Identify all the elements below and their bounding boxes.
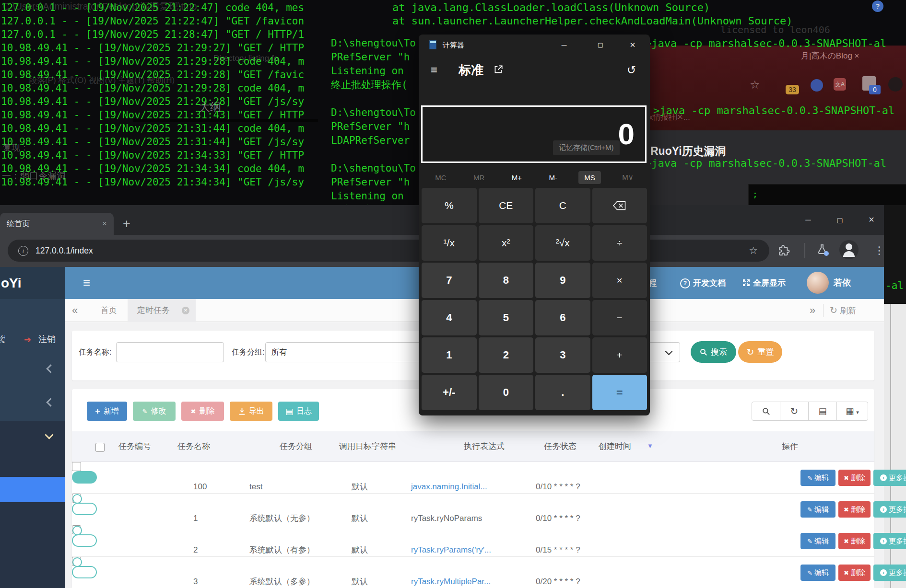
select-all-checkbox[interactable] bbox=[95, 443, 105, 452]
site-info-icon[interactable]: i bbox=[18, 246, 28, 256]
row-delete-button[interactable]: ✖删除 bbox=[838, 565, 871, 581]
calc-key-+[interactable]: + bbox=[592, 337, 647, 373]
col-status[interactable]: 任务状态 bbox=[544, 431, 577, 462]
search-button[interactable]: 搜索 bbox=[691, 341, 736, 363]
url-text[interactable]: 127.0.0.1/index bbox=[35, 240, 93, 262]
calc-minimize-button[interactable]: ─ bbox=[553, 35, 575, 56]
history-icon[interactable]: ↺ bbox=[627, 59, 636, 81]
logout-item[interactable]: 线 ➔ 注销 bbox=[0, 332, 65, 348]
col-job-id[interactable]: 任务编号 bbox=[118, 431, 151, 462]
calc-key-4[interactable]: 4 bbox=[422, 300, 477, 335]
row-edit-button[interactable]: ✎编辑 bbox=[800, 565, 835, 581]
row-edit-button[interactable]: ✎编辑 bbox=[800, 533, 835, 549]
calc-key-9[interactable]: 9 bbox=[535, 263, 590, 298]
calc-key-%[interactable]: % bbox=[422, 188, 477, 223]
edit-button[interactable]: ✎修改 bbox=[133, 402, 176, 421]
table-detail-button[interactable]: ▤ bbox=[808, 402, 837, 421]
memory-key-MR[interactable]: MR bbox=[468, 171, 490, 184]
nav-item-docs[interactable]: ?开发文档 bbox=[680, 267, 726, 299]
browser-minimize-button[interactable]: ─ bbox=[797, 209, 819, 231]
job-status-toggle[interactable] bbox=[72, 471, 97, 484]
browser-menu-dots-icon[interactable]: ⋮ bbox=[874, 240, 884, 262]
profile-avatar[interactable] bbox=[839, 240, 859, 259]
row-delete-button[interactable]: ✖删除 bbox=[838, 470, 871, 486]
memory-key-MC[interactable]: MC bbox=[429, 171, 452, 184]
log-button[interactable]: ▤日志 bbox=[278, 402, 319, 421]
calc-key-×[interactable]: × bbox=[592, 263, 647, 298]
calc-key-÷[interactable]: ÷ bbox=[592, 225, 647, 261]
calc-key-7[interactable]: 7 bbox=[422, 263, 477, 298]
calc-key-.[interactable]: . bbox=[535, 375, 590, 410]
tab-close-icon[interactable]: ✕ bbox=[182, 307, 189, 314]
calc-key-x²[interactable]: x² bbox=[479, 225, 534, 261]
calc-key-⌫[interactable] bbox=[592, 188, 647, 223]
memory-key-M+[interactable]: M+ bbox=[506, 171, 528, 184]
row-more-button[interactable]: ›更多操作 bbox=[873, 565, 906, 581]
job-name-input[interactable] bbox=[116, 342, 224, 362]
calc-key-²√x[interactable]: ²√x bbox=[535, 225, 590, 261]
calculator-titlebar[interactable]: 计算器 ─ ▢ ✕ bbox=[419, 35, 650, 56]
tabs-scroll-left-icon[interactable]: « bbox=[72, 299, 78, 322]
calc-key-C[interactable]: C bbox=[535, 188, 590, 223]
job-status-toggle[interactable] bbox=[72, 534, 97, 547]
col-created[interactable]: 创建时间 bbox=[599, 431, 631, 462]
tab-close-icon[interactable]: × bbox=[102, 213, 107, 235]
bookmark-star-icon[interactable]: ☆ bbox=[749, 240, 758, 262]
calc-key-+/-[interactable]: +/- bbox=[422, 375, 477, 410]
menu-collapse-chevron[interactable] bbox=[46, 364, 55, 373]
sidebar-item-active[interactable] bbox=[0, 477, 65, 502]
row-more-button[interactable]: ›更多操作 bbox=[873, 501, 906, 518]
row-edit-button[interactable]: ✎编辑 bbox=[800, 501, 835, 518]
row-checkbox[interactable] bbox=[72, 462, 81, 471]
col-job-group[interactable]: 任务分组 bbox=[280, 431, 312, 462]
col-target[interactable]: 调用目标字符串 bbox=[339, 431, 396, 462]
col-cron[interactable]: 执行表达式 bbox=[464, 431, 505, 462]
calc-key-1[interactable]: 1 bbox=[422, 337, 477, 373]
memory-key-M-[interactable]: M- bbox=[543, 171, 563, 184]
row-more-button[interactable]: ›更多操作 bbox=[873, 533, 906, 549]
job-status-toggle[interactable] bbox=[72, 503, 97, 515]
browser-tab[interactable]: 统首页 × bbox=[0, 213, 114, 235]
page-refresh-button[interactable]: ↻刷新 bbox=[830, 299, 856, 323]
table-search-button[interactable] bbox=[752, 402, 780, 421]
row-delete-button[interactable]: ✖删除 bbox=[838, 501, 871, 518]
calc-key-5[interactable]: 5 bbox=[479, 300, 534, 335]
browser-close-button[interactable]: ✕ bbox=[860, 209, 882, 231]
row-edit-button[interactable]: ✎编辑 bbox=[800, 470, 835, 486]
calc-close-button[interactable]: ✕ bbox=[622, 35, 644, 56]
calc-key-2[interactable]: 2 bbox=[479, 337, 534, 373]
col-job-name[interactable]: 任务名称 bbox=[177, 431, 210, 462]
job-status-toggle[interactable] bbox=[72, 566, 97, 578]
reset-button[interactable]: ↻ 重置 bbox=[738, 341, 782, 363]
calc-key-CE[interactable]: CE bbox=[479, 188, 534, 223]
export-button[interactable]: 导出 bbox=[230, 402, 272, 421]
row-delete-button[interactable]: ✖删除 bbox=[838, 533, 871, 549]
browser-maximize-button[interactable]: ▢ bbox=[829, 209, 851, 231]
tab-home[interactable]: 首页 bbox=[101, 299, 117, 322]
calc-key-0[interactable]: 0 bbox=[479, 375, 534, 410]
delete-button[interactable]: ✖删除 bbox=[181, 402, 224, 421]
calc-key-=[interactable]: = bbox=[592, 375, 647, 410]
add-button[interactable]: +新增 bbox=[87, 402, 127, 421]
calc-key-−[interactable]: − bbox=[592, 300, 647, 335]
calc-key-3[interactable]: 3 bbox=[535, 337, 590, 373]
table-columns-button[interactable]: ▦ ▾ bbox=[836, 402, 868, 421]
tabs-scroll-right-icon[interactable]: » bbox=[810, 299, 815, 322]
menu-collapse-chevron[interactable] bbox=[46, 398, 55, 406]
calc-key-8[interactable]: 8 bbox=[479, 263, 534, 298]
memory-key-MS[interactable]: MS bbox=[578, 171, 601, 184]
new-tab-button[interactable]: + bbox=[123, 217, 130, 231]
row-more-button[interactable]: ›更多操作 bbox=[873, 470, 906, 486]
user-avatar[interactable] bbox=[807, 272, 829, 294]
address-bar[interactable]: i 127.0.0.1/index ☆ bbox=[8, 240, 769, 262]
nav-item-fullscreen[interactable]: 全屏显示 bbox=[742, 267, 786, 299]
calc-key-¹/x[interactable]: ¹/x bbox=[422, 225, 477, 261]
calc-menu-icon[interactable]: ≡ bbox=[431, 59, 437, 81]
extensions-puzzle-icon[interactable] bbox=[778, 244, 790, 259]
job-target-link[interactable]: ryTask.ryMultiplePar... bbox=[411, 566, 491, 588]
tab-scheduled-jobs[interactable]: 定时任务 ✕ bbox=[128, 299, 196, 322]
user-name[interactable]: 若依 bbox=[834, 267, 851, 299]
keep-on-top-icon[interactable] bbox=[493, 64, 504, 77]
table-refresh-button[interactable]: ↻ bbox=[780, 402, 809, 421]
calc-key-6[interactable]: 6 bbox=[535, 300, 590, 335]
